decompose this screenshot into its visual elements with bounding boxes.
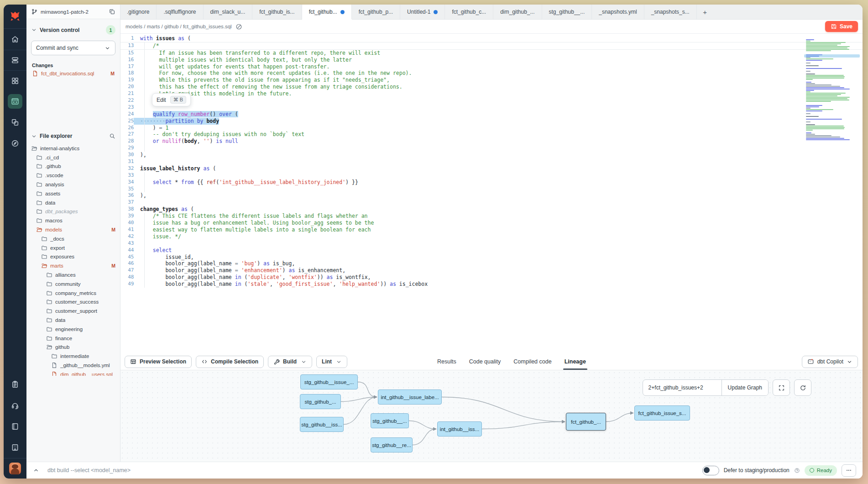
lineage-node-stg_github__issue_[interactable]: stg_github__issue_...	[300, 374, 358, 389]
line-number[interactable]: 36	[120, 192, 134, 199]
line-number[interactable]: 41	[120, 226, 134, 233]
preview-selection-button[interactable]: Preview Selection	[125, 356, 192, 368]
tree-item-alliances[interactable]: alliances	[26, 270, 120, 279]
panel-tab-compiled-code[interactable]: Compiled code	[513, 353, 551, 370]
nav-explore[interactable]	[4, 133, 26, 154]
update-graph-button[interactable]: Update Graph	[722, 380, 768, 395]
lineage-node-stg_github__re[interactable]: stg_github__re...	[371, 437, 413, 452]
tree-item-dim_github__users.sql[interactable]: dim_github__users.sql	[26, 370, 120, 376]
search-icon[interactable]	[109, 133, 115, 139]
tree-item-internal-analytics[interactable]: internal-analytics	[26, 144, 120, 153]
tree-item-data[interactable]: data	[26, 316, 120, 325]
editor-tab-_snapshots_s...[interactable]: _snapshots_s...	[644, 5, 697, 19]
edit-popup[interactable]: Edit ⌘ B	[152, 93, 191, 106]
code-line-49[interactable]: 49 boolor_agg(label_name in ('stale', 'g…	[120, 281, 863, 288]
line-number[interactable]: 13	[120, 42, 134, 49]
line-number[interactable]: 46	[120, 260, 134, 267]
code-line-33[interactable]: 33	[120, 172, 863, 179]
line-number[interactable]: 29	[120, 145, 134, 152]
tree-item-.github[interactable]: .github	[26, 162, 120, 171]
code-line-31[interactable]: 31	[120, 158, 863, 165]
lineage-node-stg_github__[interactable]: stg_github__...	[371, 413, 409, 428]
code-line-38[interactable]: 38change_types as (	[120, 206, 863, 213]
editor-tab-Untitled-1[interactable]: Untitled-1	[400, 5, 445, 19]
panel-tab-lineage[interactable]: Lineage	[565, 353, 586, 370]
tree-item-exposures[interactable]: exposures	[26, 253, 120, 262]
code-line-22[interactable]: 22	[120, 97, 863, 104]
line-number[interactable]: 35	[120, 186, 134, 193]
line-number[interactable]: 37	[120, 199, 134, 206]
editor-tab-fct_github...[interactable]: fct_github...	[302, 5, 352, 19]
tree-item-assets[interactable]: assets	[26, 189, 120, 198]
line-number[interactable]: 22	[120, 97, 134, 104]
code-line-42[interactable]: 42 issue. */	[120, 233, 863, 240]
line-number[interactable]: 25	[120, 118, 134, 125]
nav-home[interactable]	[4, 29, 26, 50]
editor-tab-.gitignore[interactable]: .gitignore	[120, 5, 157, 19]
code-line-24[interactable]: 24 qualify row_number() over (	[120, 111, 863, 118]
lineage-node-int_github__iss[interactable]: int_github__iss...	[437, 421, 482, 437]
editor-tab-fct_github_p...[interactable]: fct_github_p...	[352, 5, 400, 19]
editor-tab-fct_github_c...[interactable]: fct_github_c...	[445, 5, 493, 19]
lineage-node-fct_github_issue_s[interactable]: fct_github_issue_s...	[634, 405, 690, 421]
line-number[interactable]: 48	[120, 274, 134, 281]
code-line-15[interactable]: 15 If an issue has been transferred to a…	[120, 50, 863, 57]
tree-item-github[interactable]: github	[26, 343, 120, 352]
editor-tab-_snapshots.yml[interactable]: _snapshots.yml	[592, 5, 644, 19]
line-number[interactable]: 26	[120, 125, 134, 132]
line-number[interactable]: 44	[120, 247, 134, 254]
tree-item-company_metrics[interactable]: company_metrics	[26, 289, 120, 298]
editor-tab-.sqlfluffignore[interactable]: .sqlfluffignore	[157, 5, 203, 19]
panel-tab-results[interactable]: Results	[437, 353, 456, 370]
nav-support[interactable]	[4, 395, 26, 416]
tree-item-.vscode[interactable]: .vscode	[26, 171, 120, 180]
dbt-copilot-button[interactable]: dbt Copilot	[802, 356, 858, 368]
line-number[interactable]: 34	[120, 179, 134, 186]
line-number[interactable]: 33	[120, 172, 134, 179]
code-line-44[interactable]: 44 select	[120, 247, 863, 254]
tree-item-models[interactable]: modelsM	[26, 225, 120, 234]
tree-item-export[interactable]: export	[26, 243, 120, 253]
defer-toggle[interactable]	[702, 466, 719, 475]
tree-item-marts[interactable]: martsM	[26, 261, 120, 270]
tree-item-_docs[interactable]: _docs	[26, 234, 120, 243]
code-line-28[interactable]: 28 or nullif(body, '') is null	[120, 138, 863, 145]
code-line-13[interactable]: 13 /*	[120, 42, 863, 50]
file-explorer-header[interactable]: File explorer	[26, 127, 120, 139]
line-number[interactable]: 31	[120, 158, 134, 165]
line-number[interactable]: 15	[120, 50, 134, 57]
code-line-21[interactable]: 21 Let's revisit this modeling in the fu…	[120, 90, 863, 97]
code-line-19[interactable]: 19 While this prevents the old issue fro…	[120, 77, 863, 84]
expand-command-bar-icon[interactable]	[33, 467, 39, 473]
code-line-20[interactable]: 20 this has the effect of removing the n…	[120, 84, 863, 90]
version-control-header[interactable]: Version control 1	[26, 19, 120, 35]
line-number[interactable]: 24	[120, 111, 134, 118]
line-number[interactable]: 23	[120, 104, 134, 111]
code-line-46[interactable]: 46 boolor_agg(label_name = 'bug') as is_…	[120, 260, 863, 267]
save-button[interactable]: Save	[825, 21, 858, 32]
panel-tab-code-quality[interactable]: Code quality	[469, 353, 501, 370]
code-line-40[interactable]: 40 issue has a bug or enhancement label.…	[120, 220, 863, 226]
code-line-29[interactable]: 29	[120, 145, 863, 152]
compile-selection-button[interactable]: Compile Selection	[196, 356, 264, 368]
line-number[interactable]: 1	[120, 35, 134, 42]
lineage-node-stg_github_[interactable]: stg_github_...	[300, 394, 341, 409]
commit-and-sync-button[interactable]: Commit and sync	[31, 41, 115, 55]
code-line-34[interactable]: 34 select * from {{ ref('int_github__iss…	[120, 179, 863, 186]
user-avatar[interactable]	[4, 458, 26, 479]
code-line-32[interactable]: 32issue_label_history as (	[120, 165, 863, 172]
nav-compare[interactable]	[4, 112, 26, 133]
nav-tasks[interactable]	[4, 374, 26, 395]
code-line-25[interactable]: 25········partition by body	[120, 118, 863, 125]
lineage-node-stg_github__iss[interactable]: stg_github__iss...	[300, 417, 344, 432]
code-line-16[interactable]: 16 multiple issues with identical body t…	[120, 57, 863, 63]
code-line-47[interactable]: 47 boolor_agg(label_name = 'enhancement'…	[120, 267, 863, 274]
line-number[interactable]: 18	[120, 70, 134, 77]
overflow-menu-button[interactable]	[842, 464, 856, 477]
line-number[interactable]: 16	[120, 57, 134, 63]
line-number[interactable]: 39	[120, 213, 134, 220]
code-line-43[interactable]: 43	[120, 240, 863, 247]
tree-item-dbt_packages[interactable]: dbt_packages	[26, 207, 120, 216]
line-number[interactable]: 21	[120, 90, 134, 97]
fullscreen-button[interactable]	[773, 379, 790, 396]
